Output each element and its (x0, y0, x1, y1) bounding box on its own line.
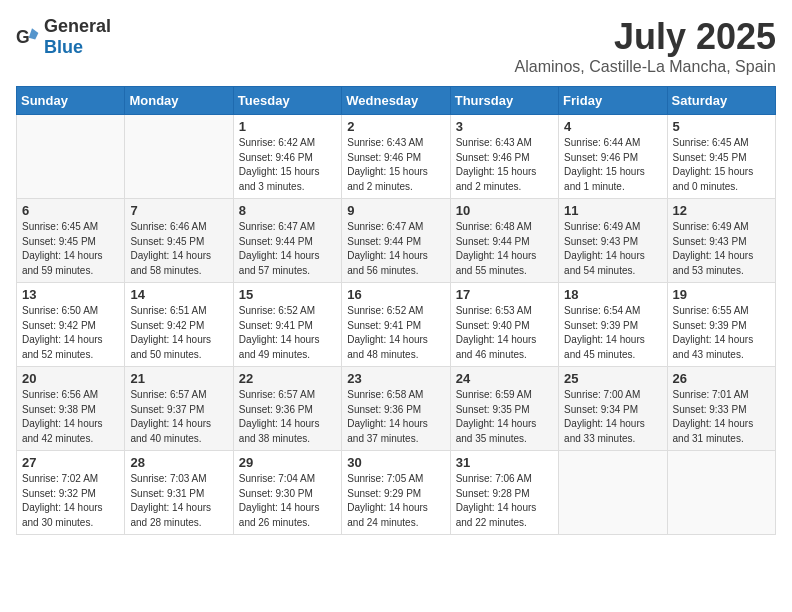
calendar-day-cell: 5Sunrise: 6:45 AM Sunset: 9:45 PM Daylig… (667, 115, 775, 199)
day-info: Sunrise: 7:03 AM Sunset: 9:31 PM Dayligh… (130, 472, 227, 530)
day-number: 25 (564, 371, 661, 386)
day-number: 31 (456, 455, 553, 470)
day-number: 2 (347, 119, 444, 134)
subtitle: Alaminos, Castille-La Mancha, Spain (515, 58, 776, 76)
day-info: Sunrise: 6:47 AM Sunset: 9:44 PM Dayligh… (347, 220, 444, 278)
calendar-day-cell: 28Sunrise: 7:03 AM Sunset: 9:31 PM Dayli… (125, 451, 233, 535)
day-number: 24 (456, 371, 553, 386)
calendar-day-cell: 11Sunrise: 6:49 AM Sunset: 9:43 PM Dayli… (559, 199, 667, 283)
calendar-week-row: 6Sunrise: 6:45 AM Sunset: 9:45 PM Daylig… (17, 199, 776, 283)
calendar-header-row: SundayMondayTuesdayWednesdayThursdayFrid… (17, 87, 776, 115)
calendar-day-cell: 7Sunrise: 6:46 AM Sunset: 9:45 PM Daylig… (125, 199, 233, 283)
calendar-day-cell: 16Sunrise: 6:52 AM Sunset: 9:41 PM Dayli… (342, 283, 450, 367)
day-number: 11 (564, 203, 661, 218)
calendar-day-cell: 15Sunrise: 6:52 AM Sunset: 9:41 PM Dayli… (233, 283, 341, 367)
calendar-day-cell: 4Sunrise: 6:44 AM Sunset: 9:46 PM Daylig… (559, 115, 667, 199)
calendar-day-cell: 17Sunrise: 6:53 AM Sunset: 9:40 PM Dayli… (450, 283, 558, 367)
weekday-header: Monday (125, 87, 233, 115)
calendar-day-cell: 22Sunrise: 6:57 AM Sunset: 9:36 PM Dayli… (233, 367, 341, 451)
calendar-day-cell: 30Sunrise: 7:05 AM Sunset: 9:29 PM Dayli… (342, 451, 450, 535)
day-number: 16 (347, 287, 444, 302)
day-info: Sunrise: 6:55 AM Sunset: 9:39 PM Dayligh… (673, 304, 770, 362)
calendar-table: SundayMondayTuesdayWednesdayThursdayFrid… (16, 86, 776, 535)
day-info: Sunrise: 6:58 AM Sunset: 9:36 PM Dayligh… (347, 388, 444, 446)
calendar-day-cell: 26Sunrise: 7:01 AM Sunset: 9:33 PM Dayli… (667, 367, 775, 451)
day-number: 28 (130, 455, 227, 470)
day-number: 1 (239, 119, 336, 134)
weekday-header: Wednesday (342, 87, 450, 115)
calendar-week-row: 13Sunrise: 6:50 AM Sunset: 9:42 PM Dayli… (17, 283, 776, 367)
day-number: 15 (239, 287, 336, 302)
calendar-day-cell: 6Sunrise: 6:45 AM Sunset: 9:45 PM Daylig… (17, 199, 125, 283)
calendar-day-cell: 3Sunrise: 6:43 AM Sunset: 9:46 PM Daylig… (450, 115, 558, 199)
day-number: 4 (564, 119, 661, 134)
day-info: Sunrise: 6:45 AM Sunset: 9:45 PM Dayligh… (22, 220, 119, 278)
weekday-header: Thursday (450, 87, 558, 115)
calendar-day-cell: 14Sunrise: 6:51 AM Sunset: 9:42 PM Dayli… (125, 283, 233, 367)
day-info: Sunrise: 6:43 AM Sunset: 9:46 PM Dayligh… (456, 136, 553, 194)
day-info: Sunrise: 6:49 AM Sunset: 9:43 PM Dayligh… (673, 220, 770, 278)
day-number: 21 (130, 371, 227, 386)
calendar-day-cell: 18Sunrise: 6:54 AM Sunset: 9:39 PM Dayli… (559, 283, 667, 367)
day-info: Sunrise: 6:43 AM Sunset: 9:46 PM Dayligh… (347, 136, 444, 194)
calendar-day-cell (125, 115, 233, 199)
weekday-header: Saturday (667, 87, 775, 115)
calendar-day-cell: 31Sunrise: 7:06 AM Sunset: 9:28 PM Dayli… (450, 451, 558, 535)
day-info: Sunrise: 6:44 AM Sunset: 9:46 PM Dayligh… (564, 136, 661, 194)
day-number: 5 (673, 119, 770, 134)
main-title: July 2025 (515, 16, 776, 58)
calendar-day-cell: 13Sunrise: 6:50 AM Sunset: 9:42 PM Dayli… (17, 283, 125, 367)
day-number: 26 (673, 371, 770, 386)
day-info: Sunrise: 7:01 AM Sunset: 9:33 PM Dayligh… (673, 388, 770, 446)
logo-general: General (44, 16, 111, 36)
day-info: Sunrise: 6:50 AM Sunset: 9:42 PM Dayligh… (22, 304, 119, 362)
calendar-day-cell (667, 451, 775, 535)
day-number: 19 (673, 287, 770, 302)
calendar-day-cell: 25Sunrise: 7:00 AM Sunset: 9:34 PM Dayli… (559, 367, 667, 451)
day-number: 22 (239, 371, 336, 386)
calendar-day-cell (17, 115, 125, 199)
calendar-week-row: 20Sunrise: 6:56 AM Sunset: 9:38 PM Dayli… (17, 367, 776, 451)
day-number: 18 (564, 287, 661, 302)
day-info: Sunrise: 7:00 AM Sunset: 9:34 PM Dayligh… (564, 388, 661, 446)
day-info: Sunrise: 6:52 AM Sunset: 9:41 PM Dayligh… (347, 304, 444, 362)
day-info: Sunrise: 7:02 AM Sunset: 9:32 PM Dayligh… (22, 472, 119, 530)
day-info: Sunrise: 6:59 AM Sunset: 9:35 PM Dayligh… (456, 388, 553, 446)
logo-blue: Blue (44, 37, 83, 57)
day-info: Sunrise: 6:57 AM Sunset: 9:36 PM Dayligh… (239, 388, 336, 446)
calendar-day-cell: 2Sunrise: 6:43 AM Sunset: 9:46 PM Daylig… (342, 115, 450, 199)
day-number: 12 (673, 203, 770, 218)
day-number: 14 (130, 287, 227, 302)
day-number: 8 (239, 203, 336, 218)
day-number: 20 (22, 371, 119, 386)
day-info: Sunrise: 7:05 AM Sunset: 9:29 PM Dayligh… (347, 472, 444, 530)
day-number: 13 (22, 287, 119, 302)
svg-text:G: G (16, 27, 30, 47)
calendar-day-cell: 27Sunrise: 7:02 AM Sunset: 9:32 PM Dayli… (17, 451, 125, 535)
day-info: Sunrise: 6:49 AM Sunset: 9:43 PM Dayligh… (564, 220, 661, 278)
day-number: 6 (22, 203, 119, 218)
weekday-header: Friday (559, 87, 667, 115)
day-info: Sunrise: 6:52 AM Sunset: 9:41 PM Dayligh… (239, 304, 336, 362)
calendar-week-row: 27Sunrise: 7:02 AM Sunset: 9:32 PM Dayli… (17, 451, 776, 535)
day-number: 23 (347, 371, 444, 386)
day-info: Sunrise: 7:06 AM Sunset: 9:28 PM Dayligh… (456, 472, 553, 530)
weekday-header: Sunday (17, 87, 125, 115)
logo: G General Blue (16, 16, 111, 58)
page-header: G General Blue July 2025 Alaminos, Casti… (16, 16, 776, 76)
calendar-day-cell: 21Sunrise: 6:57 AM Sunset: 9:37 PM Dayli… (125, 367, 233, 451)
day-info: Sunrise: 6:42 AM Sunset: 9:46 PM Dayligh… (239, 136, 336, 194)
day-info: Sunrise: 6:51 AM Sunset: 9:42 PM Dayligh… (130, 304, 227, 362)
day-info: Sunrise: 6:53 AM Sunset: 9:40 PM Dayligh… (456, 304, 553, 362)
title-block: July 2025 Alaminos, Castille-La Mancha, … (515, 16, 776, 76)
day-info: Sunrise: 6:48 AM Sunset: 9:44 PM Dayligh… (456, 220, 553, 278)
calendar-day-cell: 19Sunrise: 6:55 AM Sunset: 9:39 PM Dayli… (667, 283, 775, 367)
calendar-day-cell: 1Sunrise: 6:42 AM Sunset: 9:46 PM Daylig… (233, 115, 341, 199)
day-info: Sunrise: 6:56 AM Sunset: 9:38 PM Dayligh… (22, 388, 119, 446)
day-number: 9 (347, 203, 444, 218)
day-info: Sunrise: 6:45 AM Sunset: 9:45 PM Dayligh… (673, 136, 770, 194)
calendar-day-cell (559, 451, 667, 535)
day-number: 7 (130, 203, 227, 218)
day-number: 17 (456, 287, 553, 302)
day-number: 29 (239, 455, 336, 470)
